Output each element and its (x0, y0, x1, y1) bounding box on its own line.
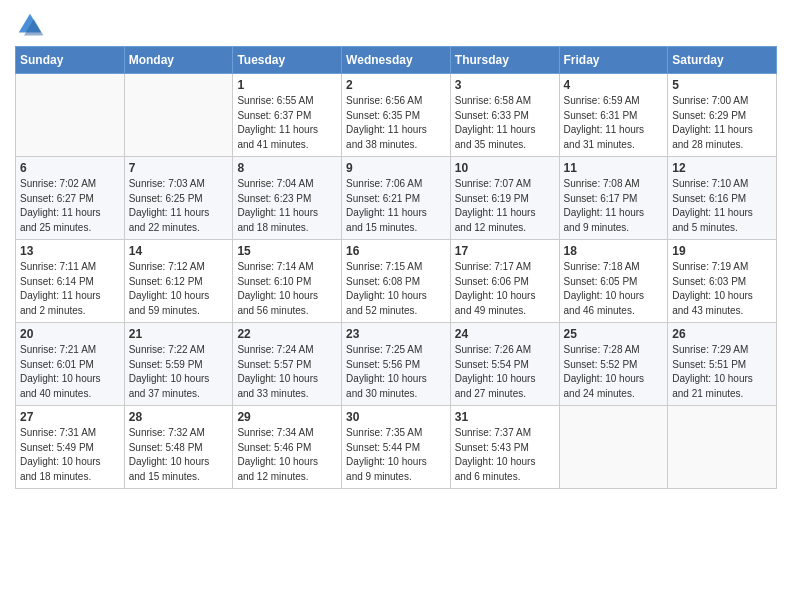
day-cell: 20Sunrise: 7:21 AM Sunset: 6:01 PM Dayli… (16, 323, 125, 406)
day-info: Sunrise: 7:22 AM Sunset: 5:59 PM Dayligh… (129, 343, 229, 401)
weekday-header-thursday: Thursday (450, 47, 559, 74)
day-info: Sunrise: 7:37 AM Sunset: 5:43 PM Dayligh… (455, 426, 555, 484)
day-cell: 19Sunrise: 7:19 AM Sunset: 6:03 PM Dayli… (668, 240, 777, 323)
day-info: Sunrise: 7:00 AM Sunset: 6:29 PM Dayligh… (672, 94, 772, 152)
weekday-header-row: SundayMondayTuesdayWednesdayThursdayFrid… (16, 47, 777, 74)
day-cell: 23Sunrise: 7:25 AM Sunset: 5:56 PM Dayli… (342, 323, 451, 406)
logo-icon (15, 10, 45, 40)
day-cell: 2Sunrise: 6:56 AM Sunset: 6:35 PM Daylig… (342, 74, 451, 157)
day-number: 3 (455, 78, 555, 92)
day-number: 10 (455, 161, 555, 175)
day-info: Sunrise: 7:25 AM Sunset: 5:56 PM Dayligh… (346, 343, 446, 401)
day-info: Sunrise: 7:08 AM Sunset: 6:17 PM Dayligh… (564, 177, 664, 235)
day-cell: 28Sunrise: 7:32 AM Sunset: 5:48 PM Dayli… (124, 406, 233, 489)
day-number: 1 (237, 78, 337, 92)
day-info: Sunrise: 7:10 AM Sunset: 6:16 PM Dayligh… (672, 177, 772, 235)
day-cell: 13Sunrise: 7:11 AM Sunset: 6:14 PM Dayli… (16, 240, 125, 323)
day-number: 6 (20, 161, 120, 175)
day-number: 18 (564, 244, 664, 258)
day-number: 7 (129, 161, 229, 175)
day-cell: 11Sunrise: 7:08 AM Sunset: 6:17 PM Dayli… (559, 157, 668, 240)
day-info: Sunrise: 7:19 AM Sunset: 6:03 PM Dayligh… (672, 260, 772, 318)
day-info: Sunrise: 7:31 AM Sunset: 5:49 PM Dayligh… (20, 426, 120, 484)
week-row-0: 1Sunrise: 6:55 AM Sunset: 6:37 PM Daylig… (16, 74, 777, 157)
day-number: 23 (346, 327, 446, 341)
day-cell: 22Sunrise: 7:24 AM Sunset: 5:57 PM Dayli… (233, 323, 342, 406)
day-number: 5 (672, 78, 772, 92)
day-number: 25 (564, 327, 664, 341)
day-cell: 17Sunrise: 7:17 AM Sunset: 6:06 PM Dayli… (450, 240, 559, 323)
week-row-3: 20Sunrise: 7:21 AM Sunset: 6:01 PM Dayli… (16, 323, 777, 406)
day-cell: 27Sunrise: 7:31 AM Sunset: 5:49 PM Dayli… (16, 406, 125, 489)
day-number: 11 (564, 161, 664, 175)
day-number: 8 (237, 161, 337, 175)
weekday-header-wednesday: Wednesday (342, 47, 451, 74)
day-number: 15 (237, 244, 337, 258)
day-info: Sunrise: 7:26 AM Sunset: 5:54 PM Dayligh… (455, 343, 555, 401)
day-info: Sunrise: 7:15 AM Sunset: 6:08 PM Dayligh… (346, 260, 446, 318)
day-number: 20 (20, 327, 120, 341)
day-cell: 18Sunrise: 7:18 AM Sunset: 6:05 PM Dayli… (559, 240, 668, 323)
day-cell: 30Sunrise: 7:35 AM Sunset: 5:44 PM Dayli… (342, 406, 451, 489)
day-info: Sunrise: 7:34 AM Sunset: 5:46 PM Dayligh… (237, 426, 337, 484)
day-number: 17 (455, 244, 555, 258)
day-cell (124, 74, 233, 157)
weekday-header-tuesday: Tuesday (233, 47, 342, 74)
day-info: Sunrise: 7:29 AM Sunset: 5:51 PM Dayligh… (672, 343, 772, 401)
day-info: Sunrise: 7:11 AM Sunset: 6:14 PM Dayligh… (20, 260, 120, 318)
day-cell: 8Sunrise: 7:04 AM Sunset: 6:23 PM Daylig… (233, 157, 342, 240)
weekday-header-friday: Friday (559, 47, 668, 74)
week-row-1: 6Sunrise: 7:02 AM Sunset: 6:27 PM Daylig… (16, 157, 777, 240)
day-info: Sunrise: 7:03 AM Sunset: 6:25 PM Dayligh… (129, 177, 229, 235)
day-info: Sunrise: 6:59 AM Sunset: 6:31 PM Dayligh… (564, 94, 664, 152)
week-row-2: 13Sunrise: 7:11 AM Sunset: 6:14 PM Dayli… (16, 240, 777, 323)
day-cell: 10Sunrise: 7:07 AM Sunset: 6:19 PM Dayli… (450, 157, 559, 240)
day-info: Sunrise: 7:17 AM Sunset: 6:06 PM Dayligh… (455, 260, 555, 318)
day-info: Sunrise: 7:12 AM Sunset: 6:12 PM Dayligh… (129, 260, 229, 318)
day-info: Sunrise: 7:04 AM Sunset: 6:23 PM Dayligh… (237, 177, 337, 235)
day-cell: 14Sunrise: 7:12 AM Sunset: 6:12 PM Dayli… (124, 240, 233, 323)
day-info: Sunrise: 6:56 AM Sunset: 6:35 PM Dayligh… (346, 94, 446, 152)
day-info: Sunrise: 7:32 AM Sunset: 5:48 PM Dayligh… (129, 426, 229, 484)
day-info: Sunrise: 7:02 AM Sunset: 6:27 PM Dayligh… (20, 177, 120, 235)
day-info: Sunrise: 7:28 AM Sunset: 5:52 PM Dayligh… (564, 343, 664, 401)
header (15, 10, 777, 40)
day-number: 2 (346, 78, 446, 92)
day-info: Sunrise: 7:21 AM Sunset: 6:01 PM Dayligh… (20, 343, 120, 401)
day-number: 9 (346, 161, 446, 175)
day-cell: 12Sunrise: 7:10 AM Sunset: 6:16 PM Dayli… (668, 157, 777, 240)
weekday-header-saturday: Saturday (668, 47, 777, 74)
day-number: 14 (129, 244, 229, 258)
day-number: 27 (20, 410, 120, 424)
weekday-header-sunday: Sunday (16, 47, 125, 74)
day-number: 31 (455, 410, 555, 424)
day-info: Sunrise: 7:35 AM Sunset: 5:44 PM Dayligh… (346, 426, 446, 484)
day-info: Sunrise: 7:24 AM Sunset: 5:57 PM Dayligh… (237, 343, 337, 401)
page: SundayMondayTuesdayWednesdayThursdayFrid… (0, 0, 792, 504)
calendar-table: SundayMondayTuesdayWednesdayThursdayFrid… (15, 46, 777, 489)
day-cell: 24Sunrise: 7:26 AM Sunset: 5:54 PM Dayli… (450, 323, 559, 406)
day-info: Sunrise: 6:58 AM Sunset: 6:33 PM Dayligh… (455, 94, 555, 152)
day-cell: 5Sunrise: 7:00 AM Sunset: 6:29 PM Daylig… (668, 74, 777, 157)
day-cell (559, 406, 668, 489)
day-info: Sunrise: 7:07 AM Sunset: 6:19 PM Dayligh… (455, 177, 555, 235)
day-cell: 6Sunrise: 7:02 AM Sunset: 6:27 PM Daylig… (16, 157, 125, 240)
day-info: Sunrise: 7:06 AM Sunset: 6:21 PM Dayligh… (346, 177, 446, 235)
day-cell: 9Sunrise: 7:06 AM Sunset: 6:21 PM Daylig… (342, 157, 451, 240)
day-number: 26 (672, 327, 772, 341)
day-cell: 7Sunrise: 7:03 AM Sunset: 6:25 PM Daylig… (124, 157, 233, 240)
day-cell: 15Sunrise: 7:14 AM Sunset: 6:10 PM Dayli… (233, 240, 342, 323)
day-cell: 29Sunrise: 7:34 AM Sunset: 5:46 PM Dayli… (233, 406, 342, 489)
day-cell: 26Sunrise: 7:29 AM Sunset: 5:51 PM Dayli… (668, 323, 777, 406)
day-cell: 4Sunrise: 6:59 AM Sunset: 6:31 PM Daylig… (559, 74, 668, 157)
day-cell: 3Sunrise: 6:58 AM Sunset: 6:33 PM Daylig… (450, 74, 559, 157)
day-number: 16 (346, 244, 446, 258)
day-number: 19 (672, 244, 772, 258)
logo (15, 10, 49, 40)
day-info: Sunrise: 7:18 AM Sunset: 6:05 PM Dayligh… (564, 260, 664, 318)
day-number: 13 (20, 244, 120, 258)
day-cell (668, 406, 777, 489)
day-number: 28 (129, 410, 229, 424)
day-cell: 25Sunrise: 7:28 AM Sunset: 5:52 PM Dayli… (559, 323, 668, 406)
weekday-header-monday: Monday (124, 47, 233, 74)
